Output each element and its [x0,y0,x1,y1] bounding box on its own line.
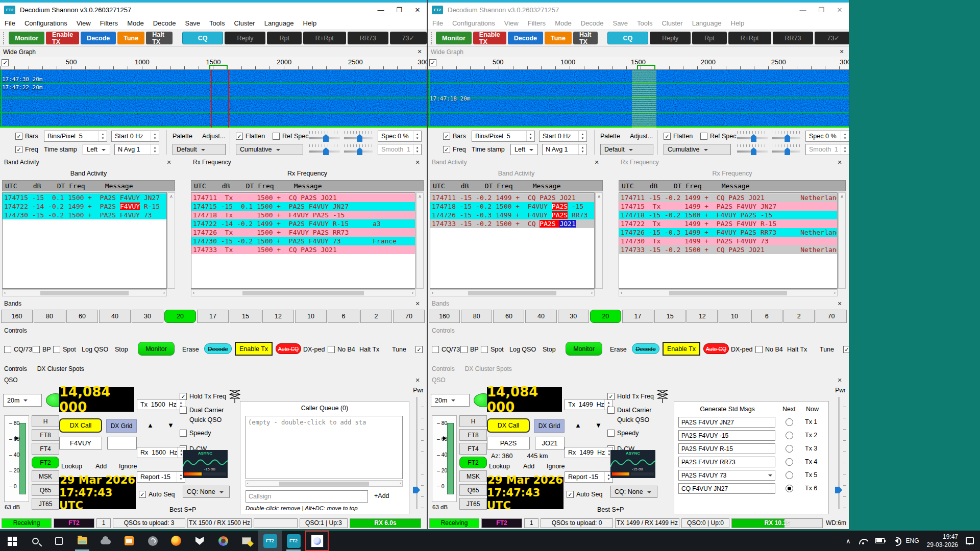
toolbar-drag-handle[interactable] [3,32,5,44]
flatten-checkbox[interactable] [236,133,243,140]
menu-item[interactable]: Help [726,19,749,27]
cq-mode-dropdown[interactable]: CQ: None [610,486,657,498]
decode-row[interactable]: 174726 -15 -0.3 1499 + F4VUY PA2S RR73 [430,211,594,219]
erase-button[interactable]: Erase [182,344,199,355]
tune-button[interactable]: Tune [820,344,834,355]
add-callsign-button[interactable]: +Add [374,492,389,499]
menu-item[interactable]: Cluster [229,19,259,27]
edge-checkbox[interactable] [415,346,423,353]
menu-item[interactable]: Filters [523,19,550,27]
rx-freq-spinner[interactable]: Rx 1500 Hz [137,447,185,458]
dx-call-button[interactable]: DX Call [59,418,102,433]
scale-checkbox[interactable] [429,59,436,66]
close-panel-icon[interactable]: ✕ [836,377,844,384]
dx-grid-input[interactable] [107,437,137,449]
mode-button[interactable]: H [459,415,487,427]
explorer-taskbar-icon[interactable] [70,531,94,551]
toolbar-button[interactable]: Monitor [9,32,44,44]
cq73-checkbox[interactable] [4,346,11,353]
mode-button[interactable]: JT65 [32,498,59,510]
bins-per-pixel-spinner[interactable]: Bins/Pixel 5 [472,131,535,142]
log-qso-button[interactable]: Log QSO [509,344,536,355]
decode-row[interactable]: 174722 -14 -0.2 1499 + PA2S F4VUY R-15 a… [191,219,415,228]
close-panel-icon[interactable]: ✕ [838,48,846,55]
decode-row[interactable]: 174722 -14 -0.2 1499 + PA2S F4VUY R-15 [3,202,166,211]
band-button[interactable]: 160 [429,310,460,323]
toolbar-drag-handle[interactable] [431,32,432,44]
vertical-scrollbar[interactable]: ∧ [167,192,175,289]
caller-queue-list[interactable]: (empty - double-click to add sta [246,416,403,479]
mode-button[interactable]: MSK [32,470,59,482]
add-button[interactable]: Add [523,463,534,470]
async-waveform-thumbnail[interactable]: ASYNC -15 dB [183,450,228,478]
mode-button[interactable]: FT2 [32,457,59,468]
decode-button[interactable]: Decode [632,343,659,354]
smooth-spinner[interactable]: Smooth 1 [378,144,422,155]
band-button[interactable]: 40 [99,310,131,323]
now-tx-button[interactable]: Tx 1 [805,418,817,425]
vertical-scrollbar[interactable]: ∧ [838,192,846,289]
terminal-taskbar-icon[interactable] [235,531,258,551]
toolbar-button[interactable]: CQ [182,32,224,44]
toolbar-button[interactable]: Enable TX [473,32,506,44]
n-avg-spinner[interactable]: N Avg 1 [114,144,159,155]
mode-button[interactable]: H [32,415,59,427]
stop-button[interactable]: Stop [543,344,556,355]
auto-cq-button[interactable]: Auto CQ [703,343,729,354]
menu-item[interactable]: Tools [632,19,657,27]
freq-up-button[interactable]: ▲ [147,421,154,429]
bp-checkbox[interactable] [33,346,40,353]
decode-row[interactable]: 174733 -15 -0.2 1500 + CQ PA2S JO21 [430,219,594,228]
band-button[interactable]: 40 [525,310,556,323]
menu-item[interactable]: Help [299,19,322,27]
decode-row[interactable]: 174718 -15 -0.2 1500 + F4VUY PA2S -15 [619,211,837,219]
best-sp-label[interactable]: Best S+P [597,506,624,513]
tx-freq-spinner[interactable]: Tx 1500 Hz [137,399,185,410]
speedy-checkbox[interactable] [180,430,187,437]
close-panel-icon[interactable]: ✕ [593,159,601,166]
edge-checkbox[interactable] [843,346,849,353]
horizontal-scrollbar[interactable]: ‹› [430,289,595,296]
erase-button[interactable]: Erase [610,344,627,355]
gain-slider-2[interactable] [737,144,768,155]
toolbar-button[interactable]: Decode [81,32,116,44]
band-button[interactable]: 80 [34,310,65,323]
bands-dock-header[interactable]: Bands✕ [1,298,425,309]
close-panel-icon[interactable]: ✕ [836,300,844,307]
next-tx-radio[interactable] [786,458,793,466]
decode-row[interactable]: 174718 Tx 1500 + F4VUY PA2S -15 [191,211,415,219]
dx-ped-button[interactable]: DX-ped [731,344,752,355]
tune-button[interactable]: Tune [392,344,406,355]
flatten-checkbox[interactable] [664,133,671,140]
zero-slider-2[interactable] [344,144,373,155]
scale-checkbox[interactable] [2,59,9,66]
toolbar-button[interactable]: Reply [650,32,691,44]
halt-tx-button[interactable]: Halt Tx [787,344,807,355]
decode-row[interactable]: 174715 Tx 1499 + PA2S F4VUY JN27 [619,202,837,211]
close-panel-icon[interactable]: ✕ [413,159,422,166]
toolbar-button[interactable]: RR73 [348,32,388,44]
band-button[interactable]: 60 [493,310,524,323]
start-hz-spinner[interactable]: Start 0 Hz [539,131,587,142]
band-button[interactable]: 10 [295,310,327,323]
decode-row[interactable]: 174722 Tx 1499 + PA2S F4VUY R-15 [619,219,837,228]
next-tx-radio[interactable] [786,445,793,453]
close-button[interactable]: ✕ [830,3,849,17]
menu-item[interactable]: File [0,19,20,27]
adjust-link[interactable]: Adjust... [202,131,225,142]
maximize-button[interactable]: ❐ [812,3,830,17]
vertical-scrollbar[interactable]: ∧ [416,192,424,289]
zero-slider-2[interactable] [772,144,800,155]
waterfall-display[interactable]: 17:47:30 20m17:47:22 20m [0,70,427,128]
n-avg-spinner[interactable]: N Avg 1 [542,144,587,155]
zero-slider[interactable] [344,131,373,142]
close-panel-icon[interactable]: ✕ [836,159,844,166]
speedy-checkbox[interactable] [607,430,615,437]
menu-item[interactable]: Mode [122,19,149,27]
std-msg-field[interactable]: PA2S F4VUY -15 [678,430,775,441]
dx-grid-button[interactable]: DX Grid [106,419,137,433]
band-button[interactable]: 6 [751,310,782,323]
tab-dx-cluster-spots[interactable]: DX Cluster Spots [465,365,512,372]
start-taskbar-icon[interactable] [0,531,23,551]
caller-queue-scrollbar[interactable]: ‹› [246,480,403,487]
